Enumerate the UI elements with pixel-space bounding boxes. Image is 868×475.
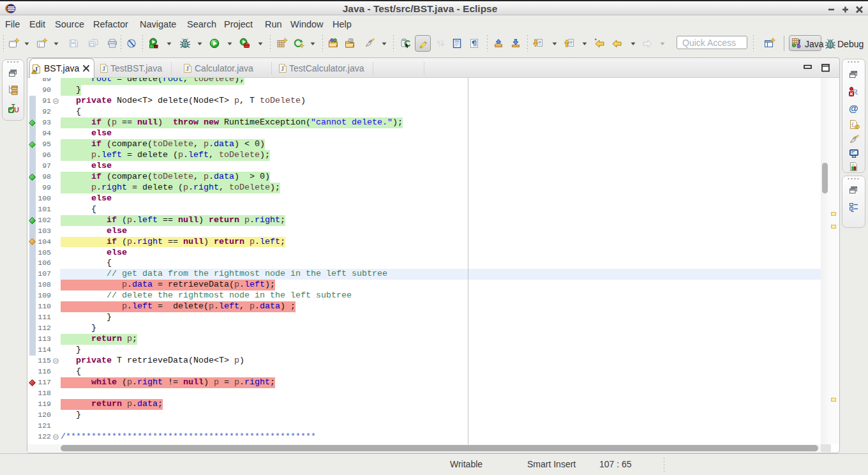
svg-text:*: * <box>595 38 597 43</box>
svg-text:J: J <box>186 65 189 72</box>
svg-text:J: J <box>102 65 105 72</box>
svg-text:J: J <box>797 38 801 47</box>
svg-text:U: U <box>14 106 19 114</box>
svg-text:J: J <box>281 65 284 72</box>
